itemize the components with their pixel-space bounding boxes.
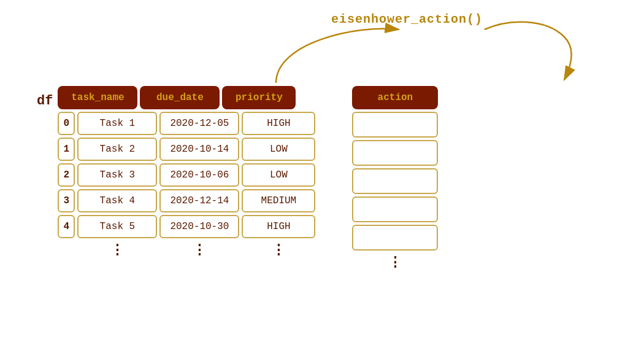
function-label: eisenhower_action() bbox=[331, 12, 483, 26]
arrows-svg bbox=[123, 6, 619, 86]
cell-task-1: Task 2 bbox=[77, 138, 157, 161]
cell-date-0: 2020-12-05 bbox=[159, 112, 239, 135]
table-row: 4 Task 5 2020-10-30 HIGH bbox=[58, 215, 315, 238]
action-cell-3 bbox=[352, 196, 438, 222]
action-dots: ⋮ bbox=[352, 254, 438, 271]
col-header-priority: priority bbox=[222, 86, 296, 109]
col-header-due-date: due_date bbox=[140, 86, 220, 109]
dots-task: ⋮ bbox=[77, 242, 157, 259]
dots-priority: ⋮ bbox=[242, 242, 315, 259]
table-row: 0 Task 1 2020-12-05 HIGH bbox=[58, 112, 315, 135]
table-row: 2 Task 3 2020-10-06 LOW bbox=[58, 163, 315, 187]
cell-date-3: 2020-12-14 bbox=[159, 189, 239, 212]
cell-date-1: 2020-10-14 bbox=[159, 138, 239, 161]
action-cell-0 bbox=[352, 112, 438, 138]
cell-priority-1: LOW bbox=[242, 138, 315, 161]
cell-date-2: 2020-10-06 bbox=[159, 163, 239, 187]
col-header-task-name: task_name bbox=[58, 86, 137, 109]
table-header-row: task_name due_date priority bbox=[58, 86, 315, 109]
row-index-3: 3 bbox=[58, 189, 75, 212]
main-container: eisenhower_action() df task_name bbox=[0, 0, 644, 350]
df-label: df bbox=[37, 93, 53, 109]
action-cell-4 bbox=[352, 225, 438, 251]
cell-task-0: Task 1 bbox=[77, 112, 157, 135]
table-body: 0 Task 1 2020-12-05 HIGH 1 Task 2 2020-1… bbox=[58, 112, 315, 238]
table-row: 3 Task 4 2020-12-14 MEDIUM bbox=[58, 189, 315, 212]
action-col-header: action bbox=[352, 86, 438, 109]
row-index-2: 2 bbox=[58, 163, 75, 187]
cell-priority-2: LOW bbox=[242, 163, 315, 187]
cell-priority-0: HIGH bbox=[242, 112, 315, 135]
cell-task-2: Task 3 bbox=[77, 163, 157, 187]
action-section: action ⋮ bbox=[352, 86, 438, 271]
cell-priority-4: HIGH bbox=[242, 215, 315, 238]
row-index-1: 1 bbox=[58, 138, 75, 161]
cell-task-4: Task 5 bbox=[77, 215, 157, 238]
dots-row: ⋮ ⋮ ⋮ bbox=[58, 242, 315, 259]
dots-index bbox=[58, 242, 75, 259]
action-cell-2 bbox=[352, 168, 438, 194]
row-index-0: 0 bbox=[58, 112, 75, 135]
row-index-4: 4 bbox=[58, 215, 75, 238]
action-cells bbox=[352, 112, 438, 251]
table-row: 1 Task 2 2020-10-14 LOW bbox=[58, 138, 315, 161]
action-cell-1 bbox=[352, 140, 438, 166]
cell-task-3: Task 4 bbox=[77, 189, 157, 212]
dots-date: ⋮ bbox=[159, 242, 239, 259]
cell-priority-3: MEDIUM bbox=[242, 189, 315, 212]
df-section: df task_name due_date priority 0 Task 1 … bbox=[37, 86, 315, 259]
cell-date-4: 2020-10-30 bbox=[159, 215, 239, 238]
table-wrapper: task_name due_date priority 0 Task 1 202… bbox=[58, 86, 315, 259]
annotation-area: eisenhower_action() bbox=[123, 6, 619, 86]
